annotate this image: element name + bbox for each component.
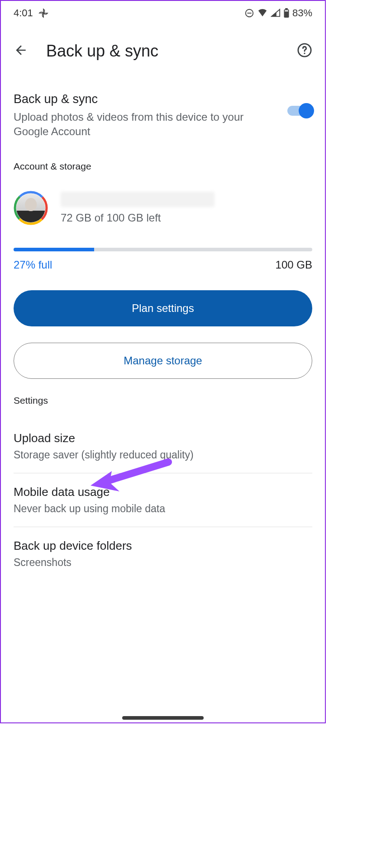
setting-title: Upload size	[14, 431, 312, 445]
progress-bar	[14, 248, 312, 251]
setting-subtitle: Storage saver (slightly reduced quality)	[14, 449, 312, 461]
progress-total-label: 100 GB	[276, 259, 312, 271]
status-left: 4:01	[14, 7, 48, 19]
backup-switch[interactable]	[287, 106, 312, 116]
account-info: 72 GB of 100 GB left	[61, 192, 312, 224]
storage-progress: 27% full 100 GB	[1, 236, 325, 271]
plan-settings-button[interactable]: Plan settings	[14, 290, 312, 326]
setting-subtitle: Never back up using mobile data	[14, 503, 312, 515]
avatar	[14, 191, 48, 225]
progress-percent-label: 27% full	[14, 259, 52, 271]
settings-section-header: Settings	[1, 395, 325, 406]
svg-point-6	[304, 52, 305, 54]
help-button[interactable]	[297, 42, 312, 60]
account-section-header: Account & storage	[1, 161, 325, 172]
back-button[interactable]	[14, 43, 28, 59]
setting-title: Back up device folders	[14, 539, 312, 553]
manage-storage-button[interactable]: Manage storage	[14, 343, 312, 379]
dnd-icon	[244, 8, 254, 18]
battery-icon	[283, 8, 290, 18]
backup-toggle-text: Back up & sync Upload photos & videos fr…	[14, 92, 278, 139]
setting-upload-size[interactable]: Upload size Storage saver (slightly redu…	[14, 420, 312, 473]
svg-rect-3	[285, 8, 288, 9]
page-title: Back up & sync	[46, 42, 279, 61]
account-name-redacted	[61, 192, 215, 207]
settings-list: Upload size Storage saver (slightly redu…	[1, 420, 325, 580]
setting-subtitle: Screenshots	[14, 557, 312, 569]
setting-device-folders[interactable]: Back up device folders Screenshots	[14, 527, 312, 580]
backup-toggle-title: Back up & sync	[14, 92, 278, 106]
status-bar: 4:01 83%	[1, 1, 325, 24]
backup-toggle-subtitle: Upload photos & videos from this device …	[14, 110, 278, 139]
battery-percent: 83%	[292, 7, 312, 19]
svg-rect-4	[285, 10, 288, 12]
signal-icon	[271, 8, 281, 18]
storage-buttons: Plan settings Manage storage	[1, 271, 325, 379]
photos-icon	[38, 8, 48, 18]
status-time: 4:01	[14, 7, 33, 19]
nav-handle[interactable]	[122, 716, 204, 720]
storage-left-text: 72 GB of 100 GB left	[61, 212, 312, 224]
setting-title: Mobile data usage	[14, 485, 312, 499]
backup-toggle-row[interactable]: Back up & sync Upload photos & videos fr…	[1, 73, 325, 161]
app-header: Back up & sync	[1, 24, 325, 73]
progress-fill	[14, 248, 94, 251]
account-row[interactable]: 72 GB of 100 GB left	[1, 185, 325, 236]
setting-mobile-data[interactable]: Mobile data usage Never back up using mo…	[14, 473, 312, 527]
status-right: 83%	[244, 7, 312, 19]
wifi-icon	[257, 8, 268, 18]
